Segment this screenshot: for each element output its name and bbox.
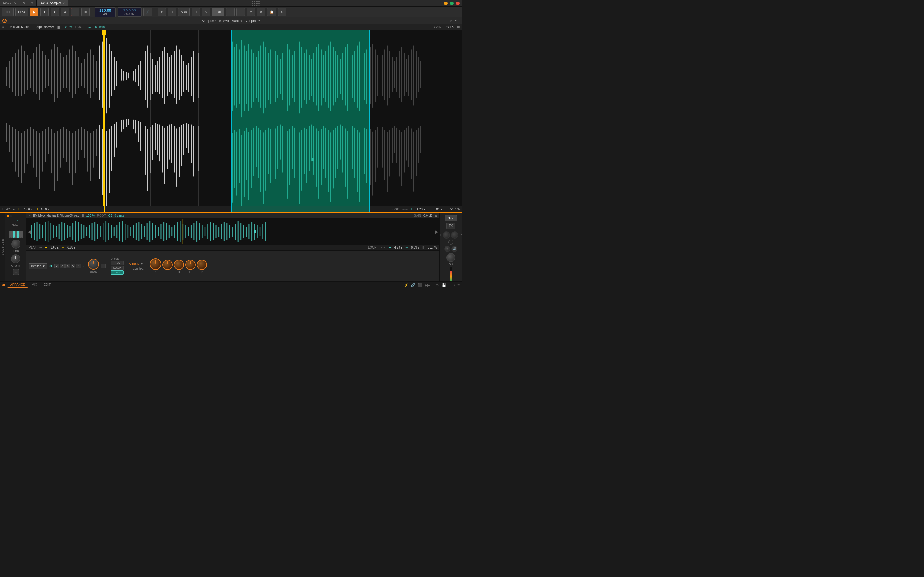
mini-root: C3 — [108, 214, 112, 217]
tab-mpe[interactable]: MPE ✕ — [20, 0, 37, 6]
loop-record-button[interactable]: ↺ — [61, 8, 69, 16]
repitch-dropdown[interactable]: Repitch ▼ — [29, 263, 47, 269]
paste-button[interactable]: 📋 — [267, 8, 276, 16]
mix-tab[interactable]: MIX — [29, 282, 40, 288]
add-button[interactable]: ADD — [178, 8, 190, 16]
transport-button[interactable]: ▷ — [202, 8, 210, 16]
freeze-button[interactable]: ❄ — [49, 264, 53, 268]
formant-button[interactable]: ^ — [76, 264, 81, 268]
grid-icon[interactable]: ⊞ — [457, 25, 460, 29]
svg-rect-81 — [142, 57, 144, 94]
bottom-icon-3[interactable]: ⬛ — [418, 283, 422, 287]
knob-speaker[interactable]: 🔊 — [451, 246, 457, 252]
svg-rect-98 — [184, 61, 184, 92]
glide-knob[interactable] — [11, 254, 20, 263]
svg-rect-144 — [193, 126, 194, 177]
pitch-knob[interactable] — [11, 240, 21, 248]
minimize-button[interactable] — [444, 2, 447, 5]
fx-button[interactable]: FX — [446, 223, 456, 229]
svg-rect-397 — [252, 222, 252, 241]
lr-section: L R — [440, 231, 462, 239]
svg-rect-296 — [401, 132, 402, 186]
bottom-icon-4[interactable]: ▶▶ — [425, 283, 430, 287]
maximize-button[interactable] — [450, 2, 454, 5]
waveform-display-icon[interactable]: ↔ — [83, 264, 86, 268]
mixer-button[interactable]: ⊟ — [192, 8, 200, 16]
tab-new2-close[interactable]: ✕ — [14, 2, 16, 5]
env-d-knob[interactable] — [174, 259, 184, 270]
position-display[interactable]: 1.2.3.33 0:00.863 — [118, 7, 142, 16]
tab-mpe-close[interactable]: ✕ — [31, 2, 33, 5]
expand-icon[interactable]: ⤢ — [450, 19, 453, 23]
bottom-icon-2[interactable]: 🔗 — [411, 283, 415, 287]
close-sampler-icon[interactable]: ✕ — [454, 19, 457, 23]
record-button[interactable]: ● — [50, 8, 59, 16]
svg-rect-37 — [21, 133, 22, 183]
stop-button[interactable]: ■ — [40, 8, 49, 16]
transpose-down-button[interactable]: ↙ — [55, 264, 59, 268]
env-r-knob[interactable] — [197, 259, 207, 270]
close-button[interactable] — [456, 2, 460, 5]
speed-knob[interactable] — [88, 259, 99, 269]
tempo-display[interactable]: 110.00 4/4 — [95, 7, 116, 17]
offset-play-button[interactable]: PLAY — [111, 261, 124, 265]
add-track-button[interactable]: + — [71, 8, 79, 16]
waveform-prev-button[interactable]: ◀ — [26, 228, 32, 235]
mini-waveform[interactable]: ◀ ▶ — [26, 219, 439, 244]
svg-rect-122 — [140, 122, 141, 152]
offset-loop-button[interactable]: LOOP — [111, 266, 124, 270]
bottom-icon-1[interactable]: ⚡ — [404, 283, 409, 287]
vel-meter-bar — [450, 267, 452, 281]
add-sampler-button[interactable]: + — [13, 269, 19, 275]
tab-bws4-close[interactable]: ✕ — [63, 2, 65, 5]
add-routing-button[interactable]: + — [449, 240, 453, 245]
env-h-knob[interactable] — [162, 259, 173, 270]
mini-wave-marker — [254, 230, 256, 233]
pattern-button[interactable]: ⊞ — [81, 8, 90, 16]
transpose-up-button[interactable]: ↗ — [60, 264, 65, 268]
duplicate-button[interactable]: ⊕ — [278, 8, 286, 16]
wave-button[interactable]: ∿ — [65, 264, 70, 268]
env-a-knob[interactable] — [150, 258, 161, 270]
waveform-display[interactable]: PLAY ↩ ⊢ 1.68 s ⊣ 6.86 s LOOP →↔ ⊢ 4.29 … — [0, 30, 462, 212]
svg-rect-403 — [183, 219, 183, 244]
right-knob[interactable] — [451, 231, 459, 239]
play-label-button[interactable]: PLAY — [15, 8, 28, 16]
out-knob[interactable] — [446, 253, 456, 262]
mini-grid-icon[interactable]: ⊞ — [435, 214, 437, 217]
svg-rect-336 — [83, 226, 84, 238]
knob-question[interactable]: ? — [444, 246, 450, 252]
sampler-power-button[interactable]: ⏻ — [2, 19, 6, 23]
grid-button[interactable]: ⊞ — [101, 264, 106, 268]
bottom-icon-10[interactable]: ≡ — [457, 283, 460, 287]
arrange-tab[interactable]: ARRANGE — [7, 282, 28, 288]
waveform-next-button[interactable]: ▶ — [434, 228, 439, 235]
back-button[interactable]: ← — [226, 8, 234, 16]
svg-rect-364 — [160, 224, 161, 239]
undo-button[interactable]: ↩ — [158, 8, 166, 16]
edit-tab[interactable]: EDIT — [40, 282, 53, 288]
file-button[interactable]: FILE — [2, 8, 13, 16]
note-button[interactable]: Note — [445, 215, 457, 221]
tab-bws4[interactable]: BWS4_Sampler ✕ — [37, 0, 68, 6]
svg-rect-356 — [138, 222, 139, 241]
cut-button[interactable]: ✂ — [247, 8, 255, 16]
bottom-icon-6[interactable]: 🗂 — [436, 283, 439, 287]
edit-button[interactable]: EDIT — [212, 8, 225, 16]
svg-rect-124 — [145, 126, 146, 175]
metronome-button[interactable]: 🎵 — [144, 8, 152, 16]
offset-len-button[interactable]: LEN — [111, 271, 124, 275]
copy-button[interactable]: ⧉ — [257, 8, 265, 16]
svg-rect-382 — [210, 222, 211, 241]
env-s-knob[interactable] — [185, 259, 195, 270]
left-knob[interactable] — [443, 231, 450, 239]
svg-rect-291 — [389, 130, 390, 177]
bottom-icon-7[interactable]: 💾 — [442, 283, 446, 287]
mini-start-marker-icon: ⊢ — [45, 246, 47, 249]
tab-new2[interactable]: New 2* ✕ — [0, 0, 20, 6]
wave2-button[interactable]: ∿ — [71, 264, 76, 268]
redo-button[interactable]: ↪ — [168, 8, 176, 16]
forward-button[interactable]: → — [236, 8, 245, 16]
bottom-icon-9[interactable]: ⇥ — [452, 283, 455, 287]
play-button[interactable]: ▶ — [30, 8, 39, 16]
